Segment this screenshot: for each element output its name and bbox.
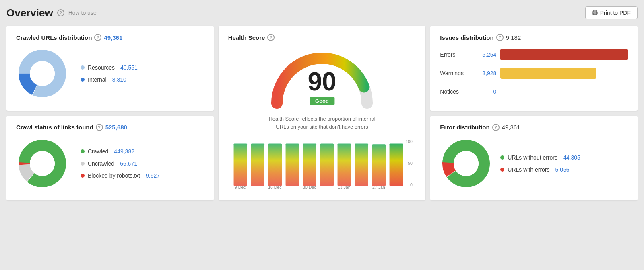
error-dist-donut — [440, 137, 492, 190]
crawl-status-help-icon[interactable]: ? — [96, 124, 103, 131]
svg-rect-15 — [320, 143, 333, 186]
score-number: 90 — [308, 69, 336, 94]
warnings-bar-container — [500, 68, 628, 79]
issues-rows: Errors 5,254 Warnings 3,928 Notices 0 — [440, 49, 628, 97]
health-description: Health Score reflects the proportion of … — [262, 115, 382, 131]
crawled-urls-total: 49,361 — [104, 34, 122, 41]
crawl-status-donut — [16, 137, 68, 190]
svg-rect-12 — [268, 143, 281, 186]
crawl-status-card: Crawl status of links found ? 525,680 — [6, 116, 214, 201]
legend-uncrawled: Uncrawled 66,671 — [80, 160, 160, 167]
errors-row: Errors 5,254 — [440, 49, 628, 60]
uncrawled-value: 66,671 — [120, 160, 137, 167]
warnings-value: 3,928 — [476, 70, 496, 76]
error-donut-row: URLs without errors 44,305 URLs with err… — [440, 137, 628, 190]
score-display: 90 Good — [308, 69, 336, 105]
warnings-label: Warnings — [440, 70, 472, 76]
blocked-value: 9,627 — [146, 172, 160, 179]
crawled-urls-legend: Resources 40,551 Internal 8,810 — [80, 64, 138, 83]
internal-value: 8,810 — [112, 76, 126, 83]
crawled-dot — [80, 149, 85, 153]
svg-point-3 — [596, 12, 597, 13]
crawled-urls-chart-row: Resources 40,551 Internal 8,810 — [16, 47, 204, 100]
svg-rect-17 — [355, 143, 368, 186]
issues-total: 9,182 — [506, 34, 521, 41]
no-errors-value: 44,305 — [563, 154, 580, 161]
svg-rect-13 — [285, 143, 299, 186]
error-dist-help-icon[interactable]: ? — [492, 124, 500, 131]
svg-text:27 Jan: 27 Jan — [372, 185, 385, 190]
crawled-urls-donut — [16, 47, 68, 100]
error-dist-legend: URLs without errors 44,305 URLs with err… — [500, 154, 580, 173]
svg-rect-11 — [251, 143, 264, 186]
health-score-title: Health Score ? — [228, 34, 275, 41]
legend-resources: Resources 40,551 — [80, 64, 138, 71]
svg-text:13 Jan: 13 Jan — [338, 185, 351, 190]
legend-urls-no-errors: URLs without errors 44,305 — [500, 154, 580, 161]
svg-text:100: 100 — [405, 139, 413, 144]
svg-text:16 Dec: 16 Dec — [268, 185, 281, 190]
svg-text:9 Dec: 9 Dec — [235, 185, 246, 190]
legend-internal: Internal 8,810 — [80, 76, 138, 83]
crawl-status-legend: Crawled 449,382 Uncrawled 66,671 Blocked… — [80, 148, 160, 179]
print-label: Print to PDF — [600, 10, 631, 16]
svg-point-6 — [30, 61, 55, 86]
score-badge: Good — [310, 97, 334, 105]
print-to-pdf-button[interactable]: Print to PDF — [585, 6, 638, 19]
svg-rect-16 — [337, 143, 351, 186]
health-gauge: 90 Good — [270, 49, 374, 109]
page-header: Overview ? How to use Print to PDF — [6, 6, 638, 19]
crawled-urls-title: Crawled URLs distribution ? 49,361 — [16, 34, 204, 41]
health-score-help-icon[interactable]: ? — [267, 34, 275, 41]
with-errors-dot — [500, 168, 504, 172]
uncrawled-dot — [80, 162, 85, 166]
resources-dot — [80, 65, 85, 70]
svg-text:0: 0 — [410, 182, 413, 187]
crawled-urls-card: Crawled URLs distribution ? 49,361 Resou… — [6, 26, 214, 111]
warnings-bar — [500, 68, 596, 79]
svg-text:30 Dec: 30 Dec — [303, 185, 316, 190]
svg-rect-19 — [389, 143, 402, 186]
legend-urls-with-errors: URLs with errors 5,056 — [500, 166, 580, 173]
notices-bar-container — [500, 86, 628, 97]
crawl-status-chart-row: Crawled 449,382 Uncrawled 66,671 Blocked… — [16, 137, 204, 190]
no-errors-dot — [500, 155, 504, 160]
dashboard-grid: Crawled URLs distribution ? 49,361 Resou… — [6, 26, 638, 200]
warnings-row: Warnings 3,928 — [440, 68, 628, 79]
svg-rect-14 — [303, 143, 316, 186]
errors-value: 5,254 — [476, 51, 496, 58]
internal-dot — [80, 78, 85, 82]
notices-label: Notices — [440, 88, 472, 95]
error-dist-total: 49,361 — [502, 124, 520, 131]
resources-value: 40,551 — [120, 64, 138, 71]
with-errors-value: 5,056 — [555, 166, 570, 173]
crawl-status-title: Crawl status of links found ? 525,680 — [16, 124, 204, 131]
svg-text:50: 50 — [408, 161, 413, 166]
issues-title: Issues distribution ? 9,182 — [440, 34, 628, 41]
legend-crawled: Crawled 449,382 — [80, 148, 160, 155]
overview-help-icon[interactable]: ? — [57, 9, 64, 16]
errors-label: Errors — [440, 51, 472, 58]
error-dist-title: Error distribution ? 49,361 — [440, 124, 628, 131]
issues-distribution-card: Issues distribution ? 9,182 Errors 5,254… — [430, 26, 638, 111]
blocked-dot — [80, 174, 85, 178]
notices-row: Notices 0 — [440, 86, 628, 97]
errors-bar-container — [500, 49, 628, 60]
title-area: Overview ? How to use — [6, 7, 97, 19]
notices-value: 0 — [476, 88, 496, 95]
crawled-value: 449,382 — [114, 148, 134, 155]
health-history-chart: 100 50 0 — [228, 139, 416, 192]
page-title: Overview — [6, 7, 53, 19]
crawled-urls-help-icon[interactable]: ? — [94, 34, 101, 41]
svg-point-28 — [30, 151, 55, 176]
svg-rect-2 — [593, 13, 597, 15]
errors-bar — [500, 49, 628, 60]
how-to-use-link[interactable]: How to use — [68, 10, 97, 16]
legend-blocked: Blocked by robots.txt 9,627 — [80, 172, 160, 179]
health-score-card: Health Score ? — [219, 26, 426, 200]
svg-rect-18 — [372, 144, 385, 186]
crawl-status-total: 525,680 — [105, 124, 127, 131]
svg-rect-10 — [233, 143, 247, 186]
issues-help-icon[interactable]: ? — [496, 34, 504, 41]
print-icon — [592, 10, 598, 16]
